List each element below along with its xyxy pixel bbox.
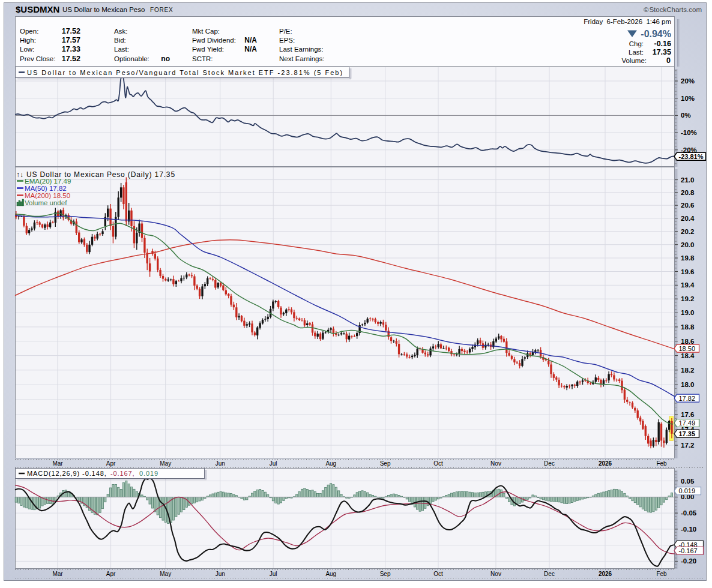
svg-text:P/E:: P/E:	[279, 28, 292, 35]
svg-text:N/A: N/A	[244, 45, 257, 53]
svg-text:May: May	[160, 460, 171, 467]
svg-text:0.019: 0.019	[139, 470, 158, 477]
svg-text:Prev Close:: Prev Close:	[20, 55, 55, 62]
svg-text:EPS:: EPS:	[279, 37, 295, 44]
svg-text:Last:: Last:	[629, 49, 644, 56]
svg-text:18.6: 18.6	[681, 338, 694, 345]
svg-text:-0.94%: -0.94%	[641, 29, 671, 39]
svg-text:N/A: N/A	[244, 36, 257, 44]
svg-text:FOREX: FOREX	[150, 7, 173, 13]
svg-text:0%: 0%	[681, 112, 691, 119]
svg-text:2026: 2026	[599, 571, 612, 577]
svg-text:-23.81%: -23.81%	[679, 153, 704, 160]
svg-text:MACD(12,26,9) -0.148,: MACD(12,26,9) -0.148,	[27, 470, 107, 477]
svg-text:Aug: Aug	[325, 571, 336, 577]
svg-text:19.4: 19.4	[681, 281, 695, 289]
svg-text:Next Earnings:: Next Earnings:	[279, 55, 324, 62]
svg-text:Sep: Sep	[380, 460, 391, 467]
svg-text:18.50: 18.50	[679, 345, 696, 352]
svg-text:Friday 6-Feb-2026 1:46 pm: Friday 6-Feb-2026 1:46 pm	[584, 18, 671, 25]
svg-text:0.019: 0.019	[679, 487, 696, 494]
svg-text:US Dollar to Mexican Peso/Vang: US Dollar to Mexican Peso/Vanguard Total…	[27, 69, 343, 76]
svg-text:18.4: 18.4	[681, 352, 695, 359]
svg-text:20.0: 20.0	[681, 241, 694, 248]
svg-text:Bid:: Bid:	[114, 37, 126, 44]
svg-text:↑↓: ↑↓	[16, 170, 23, 179]
svg-text:17.82: 17.82	[679, 395, 696, 402]
svg-text:17.57: 17.57	[62, 36, 80, 44]
svg-text:Jul: Jul	[270, 460, 277, 467]
svg-text:2026: 2026	[599, 460, 612, 467]
svg-text:20.4: 20.4	[681, 215, 695, 222]
svg-text:Nov: Nov	[490, 571, 501, 577]
svg-text:10%: 10%	[681, 95, 695, 102]
svg-text:21.0: 21.0	[681, 176, 694, 184]
svg-text:Last Earnings:: Last Earnings:	[279, 46, 324, 53]
svg-text:-0.16: -0.16	[654, 40, 672, 48]
svg-text:-0.167: -0.167	[679, 547, 698, 554]
svg-text:EMA(20) 17.49: EMA(20) 17.49	[25, 178, 71, 185]
svg-text:Oct: Oct	[433, 571, 443, 577]
svg-text:Apr: Apr	[106, 460, 116, 467]
svg-text:Fwd Dividend:: Fwd Dividend:	[192, 37, 236, 44]
svg-text:0.05: 0.05	[681, 478, 695, 485]
svg-text:Apr: Apr	[106, 571, 116, 577]
svg-text:Oct: Oct	[433, 460, 443, 467]
svg-text:19.8: 19.8	[681, 254, 695, 262]
svg-text:Ask:: Ask:	[114, 28, 127, 35]
svg-text:20.2: 20.2	[681, 228, 694, 235]
svg-text:-0.05: -0.05	[681, 509, 697, 517]
svg-text:Jun: Jun	[216, 571, 225, 577]
svg-text:17.52: 17.52	[62, 27, 80, 35]
svg-text:SCTR:: SCTR:	[192, 55, 213, 62]
svg-text:20.6: 20.6	[681, 202, 694, 209]
svg-text:-0.20: -0.20	[681, 557, 696, 565]
svg-text:High:: High:	[20, 37, 36, 44]
svg-text:MA(200) 18.50: MA(200) 18.50	[25, 192, 70, 199]
svg-text:Fwd Yield:: Fwd Yield:	[192, 46, 224, 53]
svg-text:Mar: Mar	[52, 460, 63, 467]
svg-text:US Dollar to Mexican Peso: US Dollar to Mexican Peso	[62, 6, 145, 13]
svg-text:Jun: Jun	[216, 460, 225, 467]
svg-text:19.2: 19.2	[681, 295, 694, 302]
svg-text:Optionable:: Optionable:	[114, 55, 149, 62]
svg-text:Volume undef: Volume undef	[25, 199, 67, 206]
svg-text:17.35: 17.35	[653, 48, 671, 56]
svg-text:20.8: 20.8	[681, 189, 695, 196]
svg-text:18.8: 18.8	[681, 323, 695, 331]
svg-text:19.0: 19.0	[681, 309, 694, 316]
svg-text:17.6: 17.6	[681, 411, 694, 418]
svg-text:20%: 20%	[681, 77, 695, 85]
svg-text:Mkt Cap:: Mkt Cap:	[192, 28, 220, 35]
svg-text:MA(50) 17.82: MA(50) 17.82	[25, 185, 67, 192]
svg-text:18.0: 18.0	[681, 381, 694, 388]
svg-text:© StockCharts.com: © StockCharts.com	[644, 6, 702, 13]
svg-text:17.2: 17.2	[681, 442, 694, 449]
svg-text:Aug: Aug	[325, 460, 336, 467]
svg-text:17.35: 17.35	[679, 430, 696, 437]
svg-text:-0.167,: -0.167,	[110, 470, 135, 477]
svg-text:17.49: 17.49	[679, 419, 696, 427]
svg-text:Dec: Dec	[544, 571, 555, 577]
svg-text:Volume:: Volume:	[621, 57, 647, 64]
svg-text:May: May	[160, 571, 171, 577]
svg-text:17.52: 17.52	[62, 55, 80, 63]
svg-text:Last:: Last:	[114, 46, 129, 53]
svg-text:0: 0	[666, 56, 671, 65]
svg-text:-10%: -10%	[681, 129, 697, 136]
svg-text:-0.10: -0.10	[681, 526, 696, 533]
svg-text:$USDMXN: $USDMXN	[16, 4, 59, 14]
svg-text:Feb: Feb	[656, 460, 667, 467]
svg-text:17.33: 17.33	[62, 45, 80, 53]
svg-text:19.6: 19.6	[681, 268, 694, 275]
svg-text:18.2: 18.2	[681, 367, 694, 374]
svg-text:Feb: Feb	[656, 571, 667, 577]
svg-text:Mar: Mar	[52, 571, 63, 577]
svg-text:Jul: Jul	[270, 571, 277, 577]
svg-text:Open:: Open:	[20, 28, 38, 35]
svg-text:Chg:: Chg:	[629, 40, 644, 47]
svg-text:Nov: Nov	[490, 460, 501, 467]
svg-text:Low:: Low:	[20, 46, 34, 53]
svg-text:no: no	[161, 55, 170, 63]
svg-text:Sep: Sep	[380, 571, 391, 577]
